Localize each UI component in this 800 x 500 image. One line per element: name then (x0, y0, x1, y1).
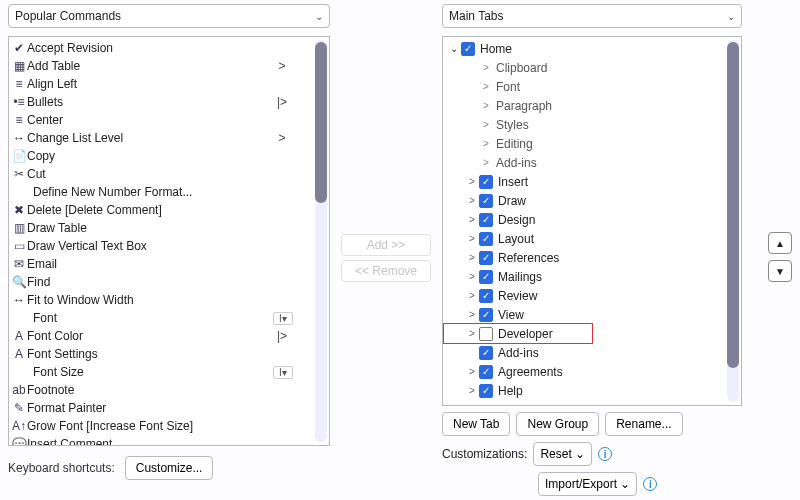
tree-group[interactable]: >Clipboard (445, 58, 741, 77)
command-item[interactable]: FontI▾ (11, 309, 329, 327)
expander-icon[interactable]: > (467, 290, 477, 301)
command-item[interactable]: abFootnote (11, 381, 329, 399)
command-item[interactable]: ▦Add Table> (11, 57, 329, 75)
command-item[interactable]: •≡Bullets|> (11, 93, 329, 111)
checkbox[interactable]: ✓ (479, 232, 493, 246)
checkbox[interactable]: ✓ (461, 42, 475, 56)
move-up-button[interactable]: ▲ (768, 232, 792, 254)
reset-button[interactable]: Reset ⌄ (533, 442, 592, 466)
command-item[interactable]: AFont Color|> (11, 327, 329, 345)
command-item[interactable]: ≡Center (11, 111, 329, 129)
tree-item-help[interactable]: >✓Help (445, 381, 741, 400)
command-item[interactable]: Define New Number Format... (11, 183, 329, 201)
tree-group[interactable]: >Styles (445, 115, 741, 134)
command-item[interactable]: ✉Email (11, 255, 329, 273)
checkbox[interactable]: ✓ (479, 365, 493, 379)
info-icon[interactable]: i (643, 477, 657, 491)
tree-item-home[interactable]: ⌄✓Home (445, 39, 741, 58)
checkbox[interactable] (479, 327, 493, 341)
command-item[interactable]: AFont Settings (11, 345, 329, 363)
tree-item-insert[interactable]: >✓Insert (445, 172, 741, 191)
checkbox[interactable]: ✓ (479, 194, 493, 208)
command-item[interactable]: A↑Grow Font [Increase Font Size] (11, 417, 329, 435)
tree-item-references[interactable]: >✓References (445, 248, 741, 267)
remove-button[interactable]: << Remove (341, 260, 431, 282)
tree-item-review[interactable]: >✓Review (445, 286, 741, 305)
command-item[interactable]: 💬Insert Comment (11, 435, 329, 445)
tabs-scope-combo[interactable]: Main Tabs ⌄ (442, 4, 742, 28)
command-item[interactable]: ✎Format Painter (11, 399, 329, 417)
tree-item-add-ins[interactable]: ✓Add-ins (445, 343, 741, 362)
customize-shortcuts-button[interactable]: Customize... (125, 456, 214, 480)
checkbox[interactable]: ✓ (479, 270, 493, 284)
scrollbar[interactable] (727, 40, 739, 402)
tree-item-draw[interactable]: >✓Draw (445, 191, 741, 210)
command-label: Cut (27, 167, 293, 181)
tree-label: Help (495, 384, 523, 398)
checkbox[interactable]: ✓ (479, 213, 493, 227)
info-icon[interactable]: i (598, 447, 612, 461)
tree-group[interactable]: >Font (445, 77, 741, 96)
command-item[interactable]: ▥Draw Table (11, 219, 329, 237)
command-item[interactable]: ✔Accept Revision (11, 39, 329, 57)
expander-icon[interactable]: > (467, 309, 477, 320)
add-button[interactable]: Add >> (341, 234, 431, 256)
command-item[interactable]: ✂Cut (11, 165, 329, 183)
command-item[interactable]: 🔍Find (11, 273, 329, 291)
tree-group[interactable]: >Add-ins (445, 153, 741, 172)
command-item[interactable]: 📄Copy (11, 147, 329, 165)
expander-icon[interactable]: > (467, 271, 477, 282)
tree-item-mailings[interactable]: >✓Mailings (445, 267, 741, 286)
command-item[interactable]: ▭Draw Vertical Text Box (11, 237, 329, 255)
tree-label: Layout (495, 232, 534, 246)
expander-icon[interactable]: > (467, 252, 477, 263)
tree-item-design[interactable]: >✓Design (445, 210, 741, 229)
tree-item-view[interactable]: >✓View (445, 305, 741, 324)
tree-group[interactable]: >Paragraph (445, 96, 741, 115)
expander-icon[interactable]: > (467, 385, 477, 396)
new-group-button[interactable]: New Group (516, 412, 599, 436)
tree-item-layout[interactable]: >✓Layout (445, 229, 741, 248)
expander-icon[interactable]: ⌄ (449, 43, 459, 54)
checkbox[interactable]: ✓ (479, 175, 493, 189)
command-item[interactable]: ≡Align Left (11, 75, 329, 93)
checkbox[interactable]: ✓ (479, 384, 493, 398)
expander-icon[interactable]: > (467, 328, 477, 339)
expander-icon[interactable]: > (467, 214, 477, 225)
expander-icon[interactable]: > (481, 119, 491, 130)
command-item[interactable]: ✖Delete [Delete Comment] (11, 201, 329, 219)
move-down-button[interactable]: ▼ (768, 260, 792, 282)
tree-group[interactable]: >Editing (445, 134, 741, 153)
command-label: Draw Table (27, 221, 293, 235)
expander-icon[interactable]: > (481, 81, 491, 92)
checkbox[interactable]: ✓ (479, 346, 493, 360)
commands-listbox[interactable]: ✔Accept Revision▦Add Table>≡Align Left•≡… (8, 36, 330, 446)
checkbox[interactable]: ✓ (479, 289, 493, 303)
tabs-tree[interactable]: ⌄✓Home>Clipboard>Font>Paragraph>Styles>E… (442, 36, 742, 406)
import-export-button[interactable]: Import/Export ⌄ (538, 472, 637, 496)
submenu-indicator-icon: > (271, 131, 293, 145)
tree-item-agreements[interactable]: >✓Agreements (445, 362, 741, 381)
expander-icon[interactable]: > (481, 157, 491, 168)
expander-icon[interactable]: > (481, 100, 491, 111)
checkbox[interactable]: ✓ (479, 251, 493, 265)
new-tab-button[interactable]: New Tab (442, 412, 510, 436)
commands-source-combo[interactable]: Popular Commands ⌄ (8, 4, 330, 28)
tree-label: Design (495, 213, 535, 227)
scrollbar-thumb[interactable] (727, 42, 739, 368)
expander-icon[interactable]: > (481, 62, 491, 73)
expander-icon[interactable]: > (467, 366, 477, 377)
command-item[interactable]: ↔Change List Level> (11, 129, 329, 147)
rename-button[interactable]: Rename... (605, 412, 682, 436)
command-item[interactable]: Font SizeI▾ (11, 363, 329, 381)
command-icon: A↑ (11, 418, 27, 434)
scrollbar[interactable] (315, 40, 327, 442)
scrollbar-thumb[interactable] (315, 42, 327, 203)
checkbox[interactable]: ✓ (479, 308, 493, 322)
expander-icon[interactable]: > (481, 138, 491, 149)
tree-item-developer[interactable]: >Developer (445, 324, 741, 343)
command-item[interactable]: ↔Fit to Window Width (11, 291, 329, 309)
expander-icon[interactable]: > (467, 176, 477, 187)
expander-icon[interactable]: > (467, 233, 477, 244)
expander-icon[interactable]: > (467, 195, 477, 206)
